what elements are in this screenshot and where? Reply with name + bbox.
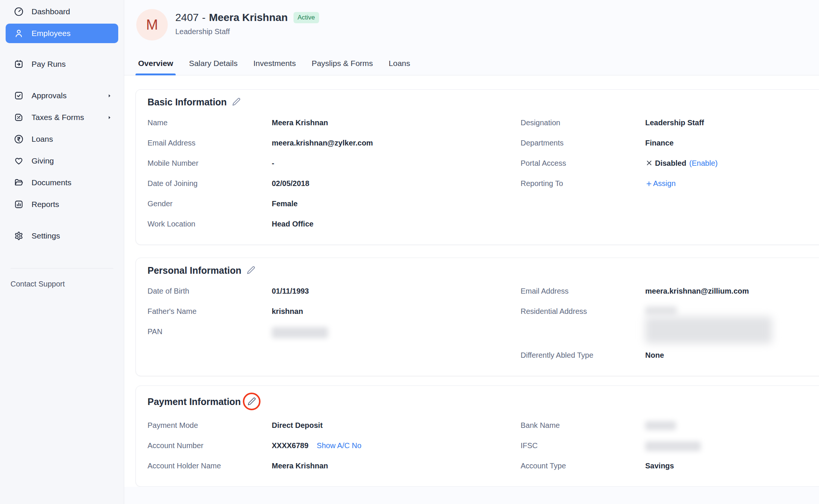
field-row: Designation Leadership Staff bbox=[521, 118, 819, 138]
field-row: Account Type Savings bbox=[521, 461, 819, 481]
pencil-icon bbox=[247, 397, 256, 406]
taxes-forms-icon bbox=[14, 112, 24, 123]
field-row-bank-name: Bank Name bbox=[521, 420, 819, 441]
field-row: Father's Name krishnan bbox=[148, 306, 521, 327]
tab-investments[interactable]: Investments bbox=[251, 59, 298, 75]
employee-name: Meera Krishnan bbox=[209, 12, 288, 24]
sidebar-item-label: Documents bbox=[32, 178, 71, 187]
employee-header-band: M 2407 - Meera Krishnan Active Leadershi… bbox=[124, 0, 819, 75]
sidebar-item-label: Dashboard bbox=[32, 7, 70, 16]
field-row: Gender Female bbox=[148, 199, 521, 219]
field-row-reporting-to: Reporting To Assign bbox=[521, 178, 819, 199]
sidebar-item-label: Pay Runs bbox=[32, 60, 66, 69]
giving-icon bbox=[14, 156, 24, 166]
field-row: Payment Mode Direct Deposit bbox=[148, 420, 521, 441]
sidebar: Dashboard Employees Pay Runs Approvals T… bbox=[0, 0, 124, 504]
card-title: Personal Information bbox=[148, 265, 241, 276]
sidebar-item-approvals[interactable]: Approvals bbox=[6, 86, 118, 105]
show-account-number-link[interactable]: Show A/C No bbox=[317, 441, 361, 451]
field-row: Email Address meera.krishnan@zylker.com bbox=[148, 138, 521, 158]
redacted-residential-address bbox=[645, 306, 772, 344]
pencil-icon bbox=[231, 97, 241, 107]
sidebar-item-label: Settings bbox=[32, 231, 60, 240]
sidebar-item-label: Taxes & Forms bbox=[32, 113, 84, 122]
contact-support-link[interactable]: Contact Support bbox=[11, 280, 124, 288]
main-content: M 2407 - Meera Krishnan Active Leadershi… bbox=[124, 0, 819, 504]
sidebar-item-label: Reports bbox=[32, 200, 59, 209]
employee-header: M 2407 - Meera Krishnan Active Leadershi… bbox=[124, 0, 819, 40]
approvals-icon bbox=[14, 90, 24, 101]
chevron-right-icon bbox=[106, 92, 113, 99]
field-row: Mobile Number - bbox=[148, 158, 521, 178]
tab-payslips-forms[interactable]: Payslips & Forms bbox=[309, 59, 375, 75]
documents-icon bbox=[14, 177, 24, 188]
employees-icon bbox=[14, 28, 24, 39]
sidebar-item-loans[interactable]: Loans bbox=[6, 129, 118, 149]
tab-overview[interactable]: Overview bbox=[135, 59, 176, 75]
sidebar-item-label: Giving bbox=[32, 156, 54, 165]
dashboard-icon bbox=[14, 6, 24, 17]
employee-designation: Leadership Staff bbox=[175, 27, 319, 36]
reports-icon bbox=[14, 199, 24, 210]
field-row-pan: PAN bbox=[148, 327, 521, 347]
card-title: Payment Information bbox=[148, 396, 241, 407]
sidebar-item-dashboard[interactable]: Dashboard bbox=[6, 2, 118, 21]
pencil-icon bbox=[246, 266, 256, 275]
settings-icon bbox=[14, 231, 24, 241]
sidebar-item-giving[interactable]: Giving bbox=[6, 151, 118, 171]
field-row: Name Meera Krishnan bbox=[148, 118, 521, 138]
edit-payment-information-button[interactable] bbox=[247, 397, 256, 406]
page-title: 2407 - Meera Krishnan Active bbox=[175, 12, 319, 24]
status-badge: Active bbox=[294, 12, 319, 23]
field-row: Differently Abled Type None bbox=[521, 350, 819, 370]
field-row-ifsc: IFSC bbox=[521, 441, 819, 461]
redacted-ifsc bbox=[645, 441, 701, 451]
field-row-account-number: Account Number XXXX6789 Show A/C No bbox=[148, 441, 521, 461]
field-row-residential-address: Residential Address bbox=[521, 306, 819, 350]
field-row: Account Holder Name Meera Krishnan bbox=[148, 461, 521, 481]
edit-basic-information-button[interactable] bbox=[231, 97, 241, 107]
annotation-red-circle bbox=[243, 393, 260, 410]
app-root: Dashboard Employees Pay Runs Approvals T… bbox=[0, 0, 819, 504]
redacted-pan-value bbox=[272, 327, 328, 338]
title-separator: - bbox=[202, 12, 205, 24]
avatar: M bbox=[136, 9, 168, 40]
basic-information-card: Basic Information Name Meera Krishnan Em… bbox=[135, 89, 819, 245]
page-bottom-area bbox=[124, 487, 819, 504]
sidebar-divider bbox=[11, 268, 113, 268]
tab-bar: Overview Salary Details Investments Pays… bbox=[124, 59, 819, 75]
sidebar-item-documents[interactable]: Documents bbox=[6, 173, 118, 192]
payment-information-card: Payment Information Payment Mode Direct … bbox=[135, 386, 819, 487]
sidebar-item-taxes-forms[interactable]: Taxes & Forms bbox=[6, 108, 118, 127]
edit-personal-information-button[interactable] bbox=[246, 266, 256, 275]
sidebar-item-label: Employees bbox=[32, 29, 71, 38]
sidebar-item-label: Approvals bbox=[32, 91, 66, 100]
card-title: Basic Information bbox=[148, 96, 227, 108]
assign-reporting-to-link[interactable]: Assign bbox=[645, 178, 676, 189]
sidebar-item-employees[interactable]: Employees bbox=[6, 24, 118, 43]
portal-access-status: Disabled bbox=[655, 158, 686, 168]
tab-loans[interactable]: Loans bbox=[386, 59, 413, 75]
redacted-bank-name bbox=[645, 421, 676, 430]
personal-information-card: Personal Information Date of Birth 01/11… bbox=[135, 258, 819, 376]
field-row-portal-access: Portal Access Disabled (Enable) bbox=[521, 158, 819, 178]
field-row: Email Address meera.krishnan@zillium.com bbox=[521, 286, 819, 306]
pay-runs-icon bbox=[14, 59, 24, 69]
employee-id: 2407 bbox=[175, 12, 199, 24]
sidebar-item-settings[interactable]: Settings bbox=[6, 226, 118, 246]
masked-account-number: XXXX6789 bbox=[272, 441, 309, 451]
chevron-right-icon bbox=[106, 114, 113, 121]
field-row: Date of Birth 01/11/1993 bbox=[148, 286, 521, 306]
field-row: Departments Finance bbox=[521, 138, 819, 158]
field-row: Date of Joining 02/05/2018 bbox=[148, 178, 521, 199]
plus-icon bbox=[645, 180, 653, 188]
field-row: Work Location Head Office bbox=[148, 219, 521, 239]
sidebar-item-pay-runs[interactable]: Pay Runs bbox=[6, 54, 118, 74]
disabled-x-icon bbox=[645, 159, 653, 167]
sidebar-item-label: Loans bbox=[32, 135, 53, 144]
enable-portal-link[interactable]: (Enable) bbox=[689, 158, 718, 168]
tab-salary-details[interactable]: Salary Details bbox=[186, 59, 240, 75]
sidebar-item-reports[interactable]: Reports bbox=[6, 195, 118, 214]
loans-icon bbox=[14, 134, 24, 144]
